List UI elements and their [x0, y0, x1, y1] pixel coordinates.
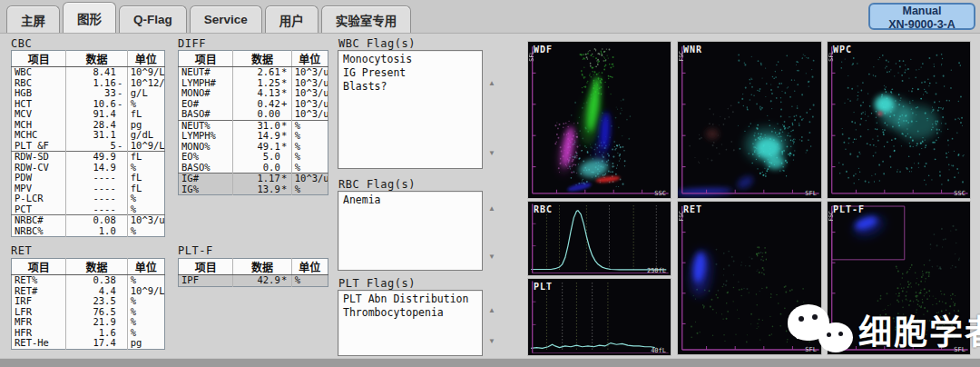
table-cell: 10^9/L [127, 141, 164, 152]
table-cell: % [127, 275, 164, 286]
table-cell: HFR [12, 328, 66, 339]
table-cell: 0.42+ [233, 99, 291, 110]
table-cell: RDW-SD [12, 152, 66, 163]
cbc-section-title: CBC [11, 37, 32, 50]
table-cell: % [291, 184, 328, 195]
chart-canvas [678, 42, 821, 198]
wdf-x-axis-label: SSC [654, 190, 666, 197]
table-cell: 76.5 [66, 307, 127, 318]
table-cell: 17.4 [66, 338, 127, 349]
tab-bar: 主屏 图形 Q-Flag Service 用户 实验室专用 [0, 0, 980, 34]
column-header: 项目 [179, 259, 233, 275]
table-row: WBC8.4110^9/L [12, 67, 165, 78]
table-cell: 49.1* [233, 142, 291, 153]
column-header: 项目 [12, 51, 66, 67]
table-cell: IG% [179, 184, 233, 195]
table-cell: 10^3/uL [291, 88, 328, 99]
table-cell: MFR [12, 317, 66, 328]
wechat-bubble-small-icon [818, 322, 853, 352]
wpc-y-axis-label: SFL [828, 51, 835, 62]
plt-flags-list: PLT Abn DistributionThrombocytopenia [338, 290, 483, 356]
table-row: RBC1.16-10^12/L [12, 78, 165, 89]
table-cell: 5- [66, 141, 127, 152]
tab-lab-exclusive[interactable]: 实验室专用 [321, 5, 412, 33]
cbc-results-table: 项目数据单位WBC8.4110^9/LRBC1.16-10^12/LHGB33-… [11, 50, 165, 237]
analyzer-id: XN-9000-3-A [870, 18, 974, 32]
table-cell: % [291, 152, 328, 163]
column-header: 数据 [233, 51, 291, 67]
column-header: 单位 [291, 259, 328, 275]
column-header: 数据 [66, 51, 127, 67]
tab-q-flag[interactable]: Q-Flag [119, 5, 187, 33]
table-cell: ---- [66, 204, 127, 215]
column-header: 单位 [127, 259, 164, 275]
table-cell: RET-He [12, 338, 66, 349]
table-cell: MCH [12, 120, 66, 131]
wnr-label: WNR [683, 45, 702, 55]
table-row: RDW-CV14.9% [12, 163, 165, 174]
table-cell: 49.9 [66, 152, 127, 163]
table-cell: 13.9* [233, 184, 291, 195]
table-cell: 23.5 [66, 296, 127, 307]
table-row: IG#1.17*10^3/uL [179, 174, 328, 184]
table-cell: 10^3/uL [291, 78, 328, 89]
table-cell: BASO# [179, 109, 233, 120]
tab-user[interactable]: 用户 [265, 5, 318, 33]
table-cell: MCV [12, 109, 66, 120]
table-cell: fL [127, 184, 164, 194]
table-row: LYMPH%14.9*% [179, 131, 328, 142]
table-cell: RET# [12, 286, 66, 297]
table-cell: 5.0 [233, 152, 291, 163]
table-row: MONO%49.1*% [179, 142, 328, 153]
plt-flags-scroll-down-icon[interactable]: ▼ [488, 338, 495, 345]
table-cell: 33- [66, 88, 127, 99]
table-cell: % [291, 163, 328, 174]
table-cell: 1.6 [66, 328, 127, 339]
table-cell: 4.4 [66, 286, 127, 297]
tab-main-screen[interactable]: 主屏 [6, 5, 60, 33]
wbc-flags-list: MonocytosisIG PresentBlasts? [338, 50, 483, 169]
tab-graph[interactable]: 图形 [63, 2, 116, 33]
rbc-histogram: RBC 250fL [528, 202, 671, 275]
table-cell: 10^12/L [127, 78, 164, 89]
table-cell: P-LCR [12, 193, 66, 204]
table-cell: ---- [66, 173, 127, 184]
table-cell: % [291, 275, 328, 287]
table-cell: RET% [12, 275, 66, 286]
ret-section-title: RET [11, 244, 32, 257]
table-row: HCT10.6-% [12, 99, 165, 110]
wbc-flags-scroll-down-icon[interactable]: ▼ [488, 150, 495, 157]
table-cell: 10^3/uL [291, 174, 328, 184]
table-row: BASO#0.0010^3/uL [179, 109, 328, 120]
table-cell: NEUT# [179, 67, 233, 78]
table-row: EO#0.42+10^3/uL [179, 99, 328, 110]
table-cell: NRBC% [12, 226, 66, 237]
watermark-text: 细胞学者 [858, 305, 980, 354]
table-cell: 31.0* [233, 120, 291, 131]
chart-canvas [828, 42, 970, 198]
wdf-y-axis-label: SFL [528, 51, 535, 62]
plt-flags-scroll-up-icon[interactable]: ▲ [488, 307, 495, 314]
table-cell: pg [127, 338, 164, 349]
wbc-flags-scroll-up-icon[interactable]: ▲ [488, 80, 495, 87]
flag-item: IG Present [343, 66, 477, 80]
rbc-flags-scroll-down-icon[interactable]: ▼ [488, 253, 495, 261]
table-cell: fL [127, 152, 164, 163]
table-cell: % [127, 296, 164, 307]
column-header: 单位 [127, 51, 164, 67]
table-cell: MCHC [12, 130, 66, 141]
rbc-flags-scroll-up-icon[interactable]: ▲ [488, 205, 495, 213]
table-cell: ---- [66, 184, 127, 194]
table-cell: 21.9 [66, 317, 127, 328]
table-row: BASO%0.0% [179, 163, 328, 174]
tab-service[interactable]: Service [190, 5, 262, 33]
pltf-section-title: PLT-F [178, 244, 213, 257]
table-cell: IRF [12, 296, 66, 307]
analyzer-mode-button[interactable]: Manual XN-9000-3-A [868, 3, 975, 30]
table-row: NEUT%31.0*% [179, 120, 328, 131]
table-cell: 1.0 [66, 226, 127, 237]
pltf-label: PLT-F [833, 204, 865, 214]
table-row: P-LCR----% [12, 193, 165, 204]
table-row: NRBC#0.0810^3/uL [12, 215, 165, 226]
table-cell: RDW-CV [12, 163, 66, 174]
